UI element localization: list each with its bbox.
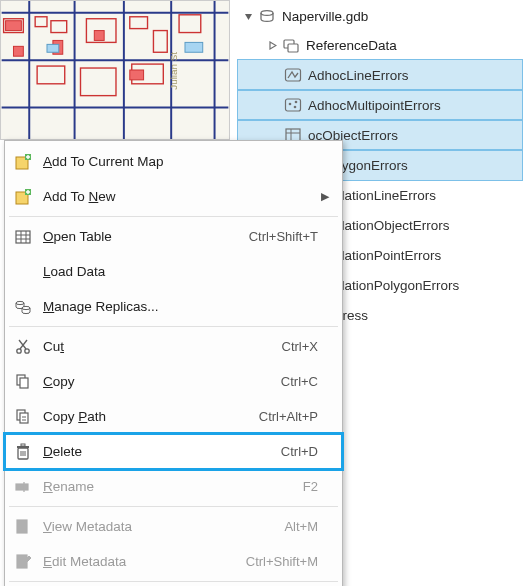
- menu-rename: Rename F2: [5, 469, 342, 504]
- menu-load-data[interactable]: Load Data: [5, 254, 342, 289]
- svg-point-51: [25, 348, 29, 352]
- svg-rect-19: [6, 21, 22, 31]
- geodatabase-icon: [258, 8, 276, 26]
- menu-separator: [9, 326, 338, 327]
- submenu-arrow-icon: ▶: [318, 190, 332, 203]
- blank-icon: [13, 262, 33, 282]
- menu-add-to-new[interactable]: Add To New ▶: [5, 179, 342, 214]
- feature-dataset-icon: [282, 37, 300, 55]
- manage-replicas-icon: [13, 297, 33, 317]
- menu-open-table[interactable]: Open Table Ctrl+Shift+T: [5, 219, 342, 254]
- menu-label: Cut: [43, 339, 262, 354]
- cut-icon: [13, 337, 33, 357]
- menu-shortcut: Ctrl+C: [281, 374, 318, 389]
- menu-shortcut: Ctrl+D: [281, 444, 318, 459]
- menu-label: Add To Current Map: [43, 154, 298, 169]
- multipoint-feature-icon: [284, 96, 302, 114]
- menu-copy-path[interactable]: Copy Path Ctrl+Alt+P: [5, 399, 342, 434]
- svg-rect-30: [286, 69, 301, 81]
- svg-point-48: [16, 301, 24, 304]
- menu-separator: [9, 581, 338, 582]
- tree-node-geodatabase[interactable]: Naperville.gdb: [238, 2, 522, 31]
- svg-line-53: [19, 340, 26, 349]
- open-table-icon: [13, 227, 33, 247]
- menu-label: Load Data: [43, 264, 298, 279]
- add-to-new-icon: [13, 187, 33, 207]
- svg-rect-66: [16, 484, 28, 490]
- expand-icon[interactable]: [266, 40, 278, 52]
- svg-line-52: [20, 340, 27, 349]
- menu-separator: [9, 506, 338, 507]
- menu-copy[interactable]: Copy Ctrl+C: [5, 364, 342, 399]
- menu-label: Open Table: [43, 229, 229, 244]
- menu-view-metadata: View Metadata Alt+M: [5, 509, 342, 544]
- copy-icon: [13, 372, 33, 392]
- menu-shortcut: Ctrl+Shift+M: [246, 554, 318, 569]
- map-preview: Julian St: [0, 0, 230, 140]
- svg-rect-21: [130, 70, 144, 80]
- svg-rect-22: [94, 31, 104, 41]
- menu-label: Manage Replicas...: [43, 299, 298, 314]
- tree-node-featureclass[interactable]: AdhocLineErrors: [238, 60, 522, 90]
- svg-point-34: [295, 101, 298, 104]
- menu-label: View Metadata: [43, 519, 264, 534]
- tree-node-label: ReferenceData: [306, 38, 397, 53]
- tree-node-featureclass[interactable]: AdhocMultipointErrors: [238, 90, 522, 120]
- add-to-map-icon: [13, 152, 33, 172]
- menu-shortcut: F2: [303, 479, 318, 494]
- menu-add-to-current-map[interactable]: Add To Current Map: [5, 144, 342, 179]
- menu-shortcut: Alt+M: [284, 519, 318, 534]
- menu-shortcut: Ctrl+Shift+T: [249, 229, 318, 244]
- menu-label: Add To New: [43, 189, 298, 204]
- svg-point-50: [17, 348, 21, 352]
- svg-rect-23: [13, 46, 23, 56]
- menu-cut[interactable]: Cut Ctrl+X: [5, 329, 342, 364]
- svg-point-33: [294, 106, 297, 109]
- context-menu: Add To Current Map Add To New ▶ Open Tab…: [4, 140, 343, 586]
- svg-rect-57: [20, 413, 28, 423]
- menu-label: Rename: [43, 479, 283, 494]
- svg-rect-43: [16, 231, 30, 243]
- svg-point-32: [289, 103, 292, 106]
- edit-metadata-icon: [13, 552, 33, 572]
- map-svg: Julian St: [1, 1, 229, 139]
- menu-edit-metadata: Edit Metadata Ctrl+Shift+M: [5, 544, 342, 579]
- svg-text:Julian St: Julian St: [168, 52, 179, 90]
- menu-label: Copy: [43, 374, 261, 389]
- menu-label: Copy Path: [43, 409, 239, 424]
- svg-rect-24: [47, 44, 59, 52]
- svg-point-49: [22, 306, 30, 309]
- svg-rect-31: [286, 99, 301, 111]
- collapse-icon[interactable]: [242, 11, 254, 23]
- tree-node-label: Naperville.gdb: [282, 9, 368, 24]
- menu-shortcut: Ctrl+Alt+P: [259, 409, 318, 424]
- svg-rect-55: [20, 378, 28, 388]
- svg-point-27: [261, 10, 273, 15]
- tree-node-label: AdhocMultipointErrors: [308, 98, 441, 113]
- rename-icon: [13, 477, 33, 497]
- menu-separator: [9, 216, 338, 217]
- svg-rect-65: [21, 444, 25, 446]
- menu-delete[interactable]: Delete Ctrl+D: [5, 434, 342, 469]
- view-metadata-icon: [13, 517, 33, 537]
- menu-manage-replicas[interactable]: Manage Replicas...: [5, 289, 342, 324]
- svg-rect-29: [288, 44, 298, 52]
- line-feature-icon: [284, 66, 302, 84]
- copy-path-icon: [13, 407, 33, 427]
- menu-label: Edit Metadata: [43, 554, 226, 569]
- menu-label: Delete: [43, 444, 261, 459]
- menu-shortcut: Ctrl+X: [282, 339, 318, 354]
- svg-rect-25: [185, 42, 203, 52]
- delete-icon: [13, 442, 33, 462]
- tree-node-dataset[interactable]: ReferenceData: [238, 31, 522, 60]
- tree-node-label: AdhocLineErrors: [308, 68, 409, 83]
